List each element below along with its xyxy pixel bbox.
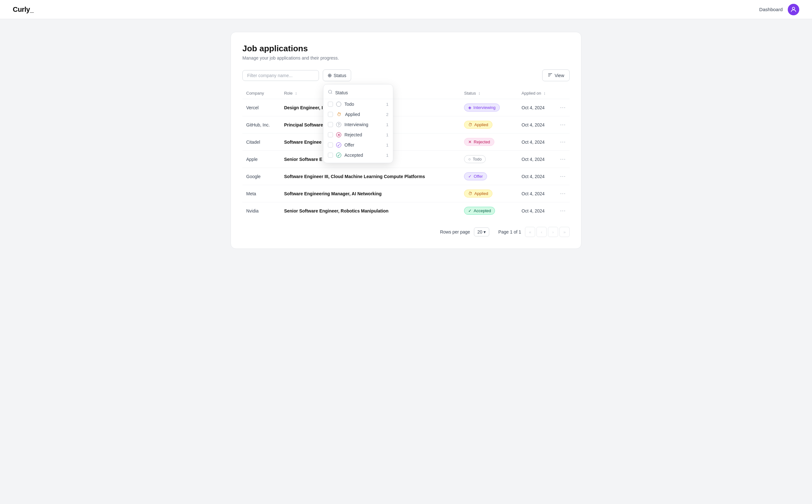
status-cell: ⏱ Applied bbox=[460, 185, 518, 202]
row-actions-button[interactable]: ··· bbox=[556, 202, 569, 220]
interviewing-icon: ? bbox=[336, 122, 341, 127]
row-actions-button[interactable]: ··· bbox=[556, 133, 569, 151]
offer-count: 1 bbox=[386, 143, 388, 148]
status-filter-button[interactable]: ⊕ Status bbox=[323, 69, 351, 81]
status-cell: ◈ Interviewing bbox=[460, 99, 518, 116]
accepted-label: Accepted bbox=[344, 153, 383, 158]
company-cell: Google bbox=[243, 168, 280, 185]
applied-on-cell: Oct 4, 2024 bbox=[518, 151, 556, 168]
applied-checkbox[interactable] bbox=[328, 112, 333, 117]
role-cell: Software Engineer III, Cloud Machine Lea… bbox=[280, 168, 460, 185]
dropdown-item-interviewing[interactable]: ? Interviewing 1 bbox=[323, 119, 393, 130]
dropdown-search-input[interactable] bbox=[335, 90, 388, 95]
status-badge: ✓ Accepted bbox=[464, 207, 495, 215]
last-page-button[interactable]: » bbox=[559, 227, 569, 237]
pagination: Rows per page 20 ▾ Page 1 of 1 « ‹ › » bbox=[243, 227, 569, 237]
status-badge: ○ Todo bbox=[464, 155, 486, 163]
col-company[interactable]: Company bbox=[243, 88, 280, 99]
status-badge-icon: ○ bbox=[468, 157, 471, 162]
company-cell: Citadel bbox=[243, 133, 280, 151]
dropdown-item-accepted[interactable]: ✓ Accepted 1 bbox=[323, 150, 393, 160]
row-actions-button[interactable]: ··· bbox=[556, 99, 569, 116]
main-card: Job applications Manage your job applica… bbox=[231, 32, 581, 249]
company-cell: Meta bbox=[243, 185, 280, 202]
dropdown-item-todo[interactable]: Todo 1 bbox=[323, 99, 393, 109]
todo-label: Todo bbox=[344, 102, 383, 107]
offer-checkbox[interactable] bbox=[328, 142, 333, 148]
page-info: Page 1 of 1 bbox=[498, 229, 521, 234]
status-cell: ✕ Rejected bbox=[460, 133, 518, 151]
status-badge-icon: ✓ bbox=[468, 174, 472, 179]
status-cell: ✓ Offer bbox=[460, 168, 518, 185]
table-row: Meta Software Engineering Manager, AI Ne… bbox=[243, 185, 569, 202]
accepted-count: 1 bbox=[386, 153, 388, 158]
rows-per-page-label: Rows per page bbox=[440, 229, 470, 234]
row-actions-button[interactable]: ··· bbox=[556, 151, 569, 168]
row-actions-button[interactable]: ··· bbox=[556, 168, 569, 185]
status-badge: ⏱ Applied bbox=[464, 190, 492, 198]
rows-per-page-value: 20 bbox=[477, 229, 482, 234]
interviewing-count: 1 bbox=[386, 122, 388, 127]
view-button[interactable]: View bbox=[542, 69, 569, 81]
offer-icon: ✓ bbox=[336, 142, 341, 148]
table-row: Vercel Design Engineer, I ◈ Interviewing… bbox=[243, 99, 569, 116]
status-badge: ✓ Offer bbox=[464, 172, 487, 180]
status-cell: ✓ Accepted bbox=[460, 202, 518, 220]
status-badge-icon: ⏱ bbox=[468, 191, 472, 196]
table-row: Citadel Software Enginee ✕ Rejected Oct … bbox=[243, 133, 569, 151]
row-actions-button[interactable]: ··· bbox=[556, 185, 569, 202]
rejected-count: 1 bbox=[386, 133, 388, 137]
plus-circle-icon: ⊕ bbox=[328, 72, 332, 78]
status-badge: ◈ Interviewing bbox=[464, 104, 499, 112]
status-cell: ○ Todo bbox=[460, 151, 518, 168]
status-badge-icon: ⏱ bbox=[468, 122, 472, 127]
rejected-label: Rejected bbox=[344, 132, 383, 137]
table-row: GitHub, Inc. Principal Software ⏱ Applie… bbox=[243, 116, 569, 133]
todo-count: 1 bbox=[386, 102, 388, 107]
chevron-down-icon: ▾ bbox=[483, 229, 486, 234]
rejected-icon: ✕ bbox=[336, 132, 341, 137]
applied-on-cell: Oct 4, 2024 bbox=[518, 133, 556, 151]
dropdown-item-offer[interactable]: ✓ Offer 1 bbox=[323, 140, 393, 150]
page-subtitle: Manage your job applications and their p… bbox=[243, 55, 569, 61]
dropdown-item-rejected[interactable]: ✕ Rejected 1 bbox=[323, 130, 393, 140]
table-row: Nvidia Senior Software Engineer, Robotic… bbox=[243, 202, 569, 220]
row-actions-button[interactable]: ··· bbox=[556, 116, 569, 133]
dropdown-item-applied[interactable]: ⏱ Applied 2 bbox=[323, 109, 393, 119]
next-page-button[interactable]: › bbox=[548, 227, 558, 237]
applied-count: 2 bbox=[386, 112, 388, 117]
table-row: Apple Senior Software E ○ Todo Oct 4, 20… bbox=[243, 151, 569, 168]
prev-page-button[interactable]: ‹ bbox=[536, 227, 547, 237]
accepted-checkbox[interactable] bbox=[328, 153, 333, 158]
company-cell: GitHub, Inc. bbox=[243, 116, 280, 133]
interviewing-label: Interviewing bbox=[344, 122, 383, 127]
col-status[interactable]: Status ↕ bbox=[460, 88, 518, 99]
svg-point-4 bbox=[329, 90, 332, 93]
page-title: Job applications bbox=[243, 44, 569, 54]
status-btn-label: Status bbox=[334, 73, 346, 78]
rows-per-page-select[interactable]: 20 ▾ bbox=[474, 227, 489, 236]
view-icon bbox=[547, 72, 553, 78]
todo-icon bbox=[336, 102, 341, 107]
todo-checkbox[interactable] bbox=[328, 102, 333, 107]
applied-on-cell: Oct 4, 2024 bbox=[518, 99, 556, 116]
col-applied-on[interactable]: Applied on ↕ bbox=[518, 88, 556, 99]
logo: Curly_ bbox=[13, 5, 33, 14]
status-badge-icon: ◈ bbox=[468, 105, 471, 110]
filter-company-input[interactable] bbox=[243, 70, 319, 81]
role-cell: Software Engineering Manager, AI Network… bbox=[280, 185, 460, 202]
dashboard-link[interactable]: Dashboard bbox=[759, 7, 783, 12]
applied-on-cell: Oct 4, 2024 bbox=[518, 185, 556, 202]
avatar[interactable] bbox=[788, 4, 799, 15]
applied-on-cell: Oct 4, 2024 bbox=[518, 116, 556, 133]
rejected-checkbox[interactable] bbox=[328, 132, 333, 137]
table-row: Google Software Engineer III, Cloud Mach… bbox=[243, 168, 569, 185]
accepted-icon: ✓ bbox=[336, 153, 341, 158]
interviewing-checkbox[interactable] bbox=[328, 122, 333, 127]
status-dropdown: Todo 1 ⏱ Applied 2 ? Interviewing 1 bbox=[323, 84, 393, 163]
view-btn-label: View bbox=[555, 73, 564, 78]
first-page-button[interactable]: « bbox=[525, 227, 535, 237]
status-cell: ⏱ Applied bbox=[460, 116, 518, 133]
search-icon bbox=[328, 90, 333, 96]
svg-point-0 bbox=[792, 7, 794, 9]
